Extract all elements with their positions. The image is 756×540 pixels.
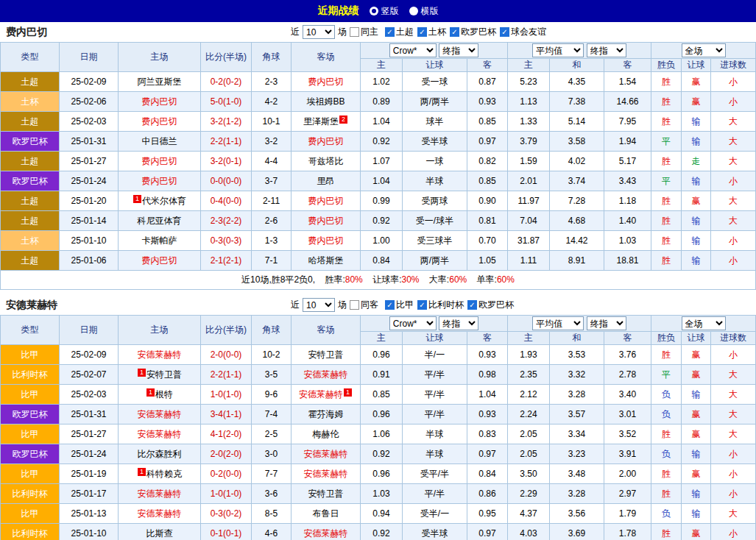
odds-time-select[interactable]: 终指 xyxy=(439,316,478,330)
score[interactable]: 3-4(1-1) xyxy=(201,405,252,424)
checkbox-unchecked-icon[interactable] xyxy=(350,300,359,310)
score[interactable]: 2-2(1-1) xyxy=(201,365,252,385)
avg-time-select[interactable]: 终指 xyxy=(587,43,626,57)
average-select[interactable]: 平均值 xyxy=(532,43,584,57)
team-name-link[interactable]: 阿兰亚斯堡 xyxy=(138,77,182,87)
checkbox-checked-icon[interactable] xyxy=(385,300,395,310)
checkbox-checked-icon[interactable] xyxy=(467,300,477,310)
team-name-link[interactable]: 费内巴切 xyxy=(142,116,177,127)
bookmaker-select[interactable]: Crow* xyxy=(389,316,437,330)
checkbox-checked-icon[interactable] xyxy=(385,27,395,37)
team-name-link[interactable]: 安德莱赫特 xyxy=(304,369,348,380)
league-filter[interactable]: 球会友谊 xyxy=(500,26,546,38)
score[interactable]: 2-3(2-2) xyxy=(201,211,252,231)
team-name-link[interactable]: 代米尔体育 xyxy=(142,196,186,206)
match-scope-select[interactable]: 全场 xyxy=(682,316,726,330)
radio-horizontal-layout[interactable]: 横版 xyxy=(409,5,439,18)
corner-score: 3-2 xyxy=(252,132,292,152)
score[interactable]: 2-2(1-1) xyxy=(201,132,252,152)
checkbox-checked-icon[interactable] xyxy=(450,27,459,37)
team-name-link[interactable]: 费内巴切 xyxy=(142,96,177,107)
team-name-link[interactable]: 安特卫普 xyxy=(308,489,344,499)
score[interactable]: 0-0(0-0) xyxy=(201,171,252,191)
team-name-link[interactable]: 比尔森胜利 xyxy=(138,449,182,459)
team-name-link[interactable]: 安德莱赫特 xyxy=(304,449,348,459)
checkbox-checked-icon[interactable] xyxy=(417,300,427,310)
away-team-cell: 安德莱赫特 xyxy=(292,524,361,540)
team-name-link[interactable]: 费内巴切 xyxy=(142,156,177,166)
score[interactable]: 2-0(0-0) xyxy=(201,345,252,365)
team-name-link[interactable]: 费内巴切 xyxy=(142,176,177,186)
score[interactable]: 0-3(0-2) xyxy=(201,504,252,524)
team-name-link[interactable]: 费内巴切 xyxy=(308,216,344,226)
team-name-link[interactable]: 里泽斯堡 xyxy=(303,116,339,127)
same-venue-filter[interactable]: 同主 xyxy=(350,26,378,38)
league-filter[interactable]: 欧罗巴杯 xyxy=(467,299,514,311)
team-name-link[interactable]: 布鲁日 xyxy=(313,508,339,519)
handicap-odds-home: 1.04 xyxy=(361,112,403,132)
team-name-link[interactable]: 根特 xyxy=(155,389,173,399)
score[interactable]: 0-2(0-0) xyxy=(201,464,252,484)
team-name-link[interactable]: 安德莱赫特 xyxy=(304,528,348,539)
team-name-link[interactable]: 费内巴切 xyxy=(142,255,177,266)
match-scope-select[interactable]: 全场 xyxy=(682,43,726,57)
team-name-link[interactable]: 费内巴切 xyxy=(308,136,344,146)
team-name-link[interactable]: 安德莱赫特 xyxy=(138,508,182,519)
team-name-link[interactable]: 中日德兰 xyxy=(142,136,177,146)
average-select[interactable]: 平均值 xyxy=(532,316,584,330)
league-filter[interactable]: 比利时杯 xyxy=(417,299,464,311)
team-name-link[interactable]: 安德莱赫特 xyxy=(138,489,182,499)
team-name-link[interactable]: 费内巴切 xyxy=(308,77,344,87)
score[interactable]: 0-3(0-3) xyxy=(201,231,252,251)
score[interactable]: 1-0(1-0) xyxy=(201,385,252,405)
team-name-link[interactable]: 科尼亚体育 xyxy=(138,216,182,226)
team-name-link[interactable]: 哈塔斯堡 xyxy=(308,255,344,266)
avg-odds-home: 2.05 xyxy=(508,444,550,464)
team-name-link[interactable]: 霍芬海姆 xyxy=(308,409,344,419)
team-name-link[interactable]: 费内巴切 xyxy=(308,196,344,206)
score[interactable]: 0-4(0-0) xyxy=(201,191,252,211)
league-filter[interactable]: 土杯 xyxy=(417,26,446,38)
radio-unselected-icon[interactable] xyxy=(409,7,418,15)
bookmaker-select[interactable]: Crow* xyxy=(389,43,437,57)
league-filter[interactable]: 土超 xyxy=(385,26,414,38)
match-count-select[interactable]: 10 xyxy=(303,298,335,312)
team-name-link[interactable]: 科特赖克 xyxy=(146,469,182,479)
same-venue-filter[interactable]: 同客 xyxy=(350,299,378,311)
match-count-select[interactable]: 10 xyxy=(303,25,335,39)
radio-selected-icon[interactable] xyxy=(370,7,378,15)
score[interactable]: 2-1(2-1) xyxy=(201,251,252,271)
score[interactable]: 5-0(1-0) xyxy=(201,92,252,112)
handicap-odds-home: 1.02 xyxy=(361,72,403,92)
checkbox-unchecked-icon[interactable] xyxy=(350,27,359,37)
radio-vertical-layout[interactable]: 竖版 xyxy=(370,5,399,18)
league-filter[interactable]: 欧罗巴杯 xyxy=(450,26,496,38)
team-name-link[interactable]: 比斯查 xyxy=(146,528,173,539)
score[interactable]: 1-0(1-0) xyxy=(201,484,252,504)
score[interactable]: 3-2(1-2) xyxy=(201,112,252,132)
team-name-link[interactable]: 安特卫普 xyxy=(308,349,344,360)
team-name-link[interactable]: 安德莱赫特 xyxy=(299,389,343,399)
team-name-link[interactable]: 哥兹塔比 xyxy=(308,156,344,166)
team-name-link[interactable]: 安德莱赫特 xyxy=(138,409,182,419)
team-name-link[interactable]: 费内巴切 xyxy=(308,235,344,246)
team-name-link[interactable]: 卡斯帕萨 xyxy=(142,235,177,246)
checkbox-checked-icon[interactable] xyxy=(500,27,509,37)
score[interactable]: 0-1(0-1) xyxy=(201,524,252,540)
team-name-link[interactable]: 安德莱赫特 xyxy=(138,429,182,439)
team-name-link[interactable]: 梅赫伦 xyxy=(313,429,339,439)
handicap-line: 受两球 xyxy=(403,191,467,211)
score[interactable]: 3-2(0-1) xyxy=(201,152,252,171)
team-name-link[interactable]: 里昂 xyxy=(317,176,335,186)
score[interactable]: 0-2(0-2) xyxy=(201,72,252,92)
odds-time-select[interactable]: 终指 xyxy=(439,43,478,57)
checkbox-checked-icon[interactable] xyxy=(417,27,427,37)
team-name-link[interactable]: 安德莱赫特 xyxy=(138,349,182,360)
avg-time-select[interactable]: 终指 xyxy=(587,316,626,330)
team-name-link[interactable]: 安特卫普 xyxy=(146,369,182,380)
league-filter[interactable]: 比甲 xyxy=(385,299,414,311)
score[interactable]: 4-1(2-0) xyxy=(201,424,252,444)
team-name-link[interactable]: 安德莱赫特 xyxy=(304,469,348,479)
team-name-link[interactable]: 埃祖姆BB xyxy=(306,96,345,107)
score[interactable]: 2-0(2-0) xyxy=(201,444,252,464)
